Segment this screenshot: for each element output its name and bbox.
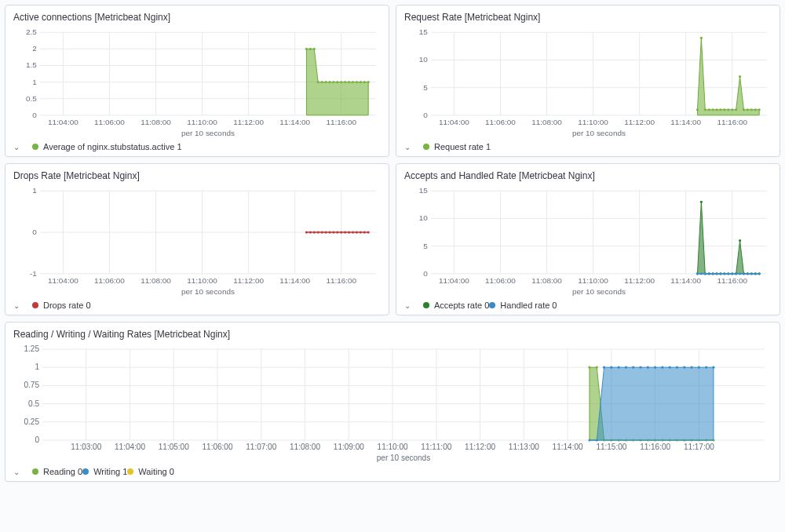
svg-point-37 — [344, 81, 346, 83]
svg-text:11:12:00: 11:12:00 — [624, 276, 655, 285]
svg-point-156 — [739, 239, 741, 242]
dashboard-grid: Active connections [Metricbeat Nginx] 00… — [0, 0, 785, 486]
svg-text:15: 15 — [419, 27, 429, 36]
svg-point-27 — [305, 48, 308, 50]
svg-point-105 — [305, 231, 308, 233]
svg-point-30 — [317, 81, 319, 83]
svg-point-167 — [715, 272, 717, 275]
legend-swatch — [489, 302, 495, 308]
legend-item[interactable]: Waiting 0 — [127, 467, 173, 476]
chart-active[interactable]: 00.511.522.511:04:0011:06:0011:08:0011:1… — [13, 27, 381, 137]
svg-text:11:10:00: 11:10:00 — [187, 118, 217, 126]
svg-point-108 — [317, 231, 319, 233]
svg-point-222 — [588, 366, 590, 369]
svg-point-146 — [700, 201, 703, 203]
svg-text:11:12:00: 11:12:00 — [233, 276, 264, 285]
legend-item[interactable]: Writing 1 — [82, 467, 127, 476]
svg-point-82 — [754, 108, 757, 111]
legend-label: Drops rate 0 — [43, 301, 91, 310]
chart-accepts[interactable]: 05101511:04:0011:06:0011:08:0011:10:0011… — [404, 186, 772, 296]
svg-text:11:04:00: 11:04:00 — [439, 276, 469, 285]
legend-label: Waiting 0 — [138, 467, 173, 476]
chevron-down-icon[interactable]: ⌄ — [404, 143, 411, 151]
svg-text:11:10:00: 11:10:00 — [187, 276, 217, 285]
chevron-down-icon[interactable]: ⌄ — [13, 468, 20, 476]
legend-label: Request rate 1 — [434, 142, 491, 151]
svg-point-29 — [313, 48, 316, 50]
svg-point-76 — [731, 108, 733, 111]
chart-drops[interactable]: -10111:04:0011:06:0011:08:0011:10:0011:1… — [13, 186, 381, 296]
svg-text:11:16:00: 11:16:00 — [326, 276, 356, 285]
svg-point-170 — [727, 272, 729, 275]
panel-reading-writing-waiting: Reading / Writing / Waiting Rates [Metri… — [5, 322, 780, 482]
legend-items: Reading 0Writing 1Waiting 0 — [32, 467, 174, 476]
svg-point-35 — [336, 81, 338, 83]
svg-text:2: 2 — [32, 44, 37, 53]
svg-point-36 — [340, 81, 342, 83]
svg-text:11:13:00: 11:13:00 — [509, 443, 539, 451]
svg-point-106 — [309, 231, 312, 233]
svg-point-240 — [588, 439, 590, 441]
svg-point-249 — [654, 366, 656, 369]
legend-label: Reading 0 — [43, 467, 82, 476]
svg-text:-1: -1 — [30, 269, 37, 278]
svg-text:1: 1 — [35, 363, 39, 371]
svg-point-110 — [324, 231, 327, 233]
legend-item[interactable]: Request rate 1 — [423, 142, 491, 151]
svg-text:0.25: 0.25 — [24, 417, 40, 426]
svg-text:5: 5 — [423, 242, 428, 250]
chevron-down-icon[interactable]: ⌄ — [13, 143, 20, 151]
legend-active: ⌄ Average of nginx.stubstatus.active 1 — [13, 142, 381, 151]
svg-point-117 — [352, 231, 354, 233]
panel-request-rate: Request Rate [Metricbeat Nginx] 05101511… — [396, 5, 780, 157]
svg-text:11:06:00: 11:06:00 — [485, 118, 516, 126]
panel-drops-rate: Drops Rate [Metricbeat Nginx] -10111:04:… — [5, 163, 389, 315]
chevron-down-icon[interactable]: ⌄ — [13, 301, 20, 310]
chart-request[interactable]: 05101511:04:0011:06:0011:08:0011:10:0011… — [404, 27, 772, 137]
legend-item[interactable]: Handled rate 0 — [489, 301, 557, 310]
svg-text:11:16:00: 11:16:00 — [717, 276, 747, 285]
panel-title: Active connections [Metricbeat Nginx] — [13, 12, 381, 23]
legend-item[interactable]: Average of nginx.stubstatus.active 1 — [32, 142, 182, 151]
svg-text:1: 1 — [32, 186, 37, 195]
svg-point-169 — [723, 272, 725, 275]
svg-point-172 — [735, 272, 737, 275]
svg-point-171 — [731, 272, 733, 275]
svg-point-67 — [696, 108, 699, 111]
svg-point-71 — [712, 108, 714, 111]
svg-point-79 — [743, 108, 745, 111]
svg-text:0.75: 0.75 — [24, 381, 40, 389]
svg-point-253 — [683, 366, 685, 369]
svg-point-34 — [332, 81, 334, 83]
svg-text:5: 5 — [423, 83, 428, 92]
svg-point-176 — [750, 272, 753, 275]
svg-point-168 — [719, 272, 721, 275]
chevron-down-icon[interactable]: ⌄ — [404, 301, 411, 310]
svg-point-80 — [747, 108, 749, 111]
legend-items: Request rate 1 — [423, 142, 491, 151]
svg-text:11:06:00: 11:06:00 — [94, 118, 125, 126]
svg-text:11:10:00: 11:10:00 — [578, 118, 608, 126]
legend-item[interactable]: Accepts rate 0 — [423, 301, 489, 310]
svg-point-72 — [715, 108, 717, 111]
svg-text:11:09:00: 11:09:00 — [334, 443, 364, 451]
panel-active-connections: Active connections [Metricbeat Nginx] 00… — [5, 5, 389, 157]
chart-rww[interactable]: 00.250.50.7511.2511:03:0011:04:0011:05:0… — [13, 344, 772, 462]
svg-text:per 10 seconds: per 10 seconds — [181, 129, 235, 137]
svg-point-173 — [739, 272, 741, 275]
svg-point-119 — [360, 231, 362, 233]
svg-point-164 — [704, 272, 706, 275]
legend-item[interactable]: Reading 0 — [32, 467, 82, 476]
svg-text:0: 0 — [423, 111, 428, 119]
svg-text:10: 10 — [419, 213, 429, 222]
legend-item[interactable]: Drops rate 0 — [32, 301, 91, 310]
svg-text:11:04:00: 11:04:00 — [439, 118, 469, 126]
svg-point-109 — [321, 231, 323, 233]
legend-items: Drops rate 0 — [32, 301, 91, 310]
svg-text:11:10:00: 11:10:00 — [378, 443, 408, 451]
legend-request: ⌄ Request rate 1 — [404, 142, 772, 151]
svg-text:11:07:00: 11:07:00 — [246, 443, 276, 451]
svg-point-248 — [647, 366, 649, 369]
svg-text:1.25: 1.25 — [24, 344, 40, 353]
svg-text:11:17:00: 11:17:00 — [684, 443, 714, 451]
